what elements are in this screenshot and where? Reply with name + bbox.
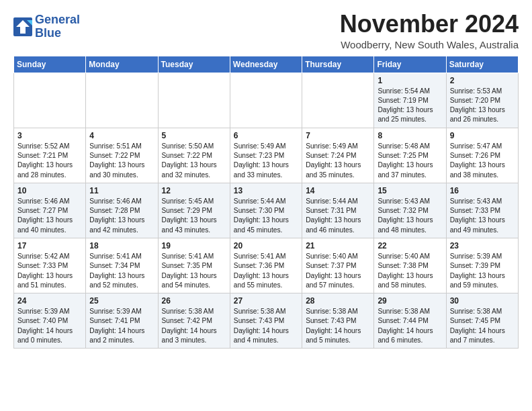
- calendar-week-1: 1Sunrise: 5:54 AM Sunset: 7:19 PM Daylig…: [14, 73, 519, 128]
- day-number: 18: [89, 241, 154, 250]
- calendar-cell: 1Sunrise: 5:54 AM Sunset: 7:19 PM Daylig…: [374, 73, 446, 128]
- day-info: Sunrise: 5:47 AM Sunset: 7:26 PM Dayligh…: [450, 142, 515, 180]
- month-title: November 2024: [340, 11, 519, 38]
- col-header-sunday: Sunday: [14, 56, 86, 73]
- column-headers: SundayMondayTuesdayWednesdayThursdayFrid…: [14, 56, 519, 73]
- calendar-cell: [302, 73, 374, 128]
- day-number: 27: [234, 296, 298, 306]
- day-info: Sunrise: 5:50 AM Sunset: 7:22 PM Dayligh…: [162, 142, 226, 180]
- day-number: 23: [450, 241, 515, 250]
- logo-icon: [13, 17, 32, 36]
- day-info: Sunrise: 5:40 AM Sunset: 7:37 PM Dayligh…: [306, 252, 370, 290]
- day-info: Sunrise: 5:49 AM Sunset: 7:23 PM Dayligh…: [234, 142, 298, 180]
- calendar-cell: 9Sunrise: 5:47 AM Sunset: 7:26 PM Daylig…: [446, 128, 518, 183]
- day-number: 12: [162, 186, 226, 195]
- day-number: 13: [234, 186, 298, 195]
- col-header-thursday: Thursday: [302, 56, 374, 73]
- day-info: Sunrise: 5:42 AM Sunset: 7:33 PM Dayligh…: [17, 252, 82, 290]
- day-info: Sunrise: 5:38 AM Sunset: 7:44 PM Dayligh…: [378, 307, 442, 345]
- day-info: Sunrise: 5:41 AM Sunset: 7:34 PM Dayligh…: [89, 252, 154, 290]
- day-info: Sunrise: 5:45 AM Sunset: 7:29 PM Dayligh…: [162, 197, 226, 235]
- col-header-monday: Monday: [86, 56, 158, 73]
- day-number: 15: [378, 186, 442, 195]
- day-info: Sunrise: 5:54 AM Sunset: 7:19 PM Dayligh…: [378, 87, 442, 125]
- calendar-cell: 10Sunrise: 5:46 AM Sunset: 7:27 PM Dayli…: [14, 183, 86, 238]
- day-number: 4: [89, 131, 154, 140]
- day-number: 26: [162, 296, 226, 306]
- day-info: Sunrise: 5:40 AM Sunset: 7:38 PM Dayligh…: [378, 252, 442, 290]
- day-number: 21: [306, 241, 370, 250]
- day-info: Sunrise: 5:49 AM Sunset: 7:24 PM Dayligh…: [306, 142, 370, 180]
- day-info: Sunrise: 5:51 AM Sunset: 7:22 PM Dayligh…: [89, 142, 154, 180]
- day-info: Sunrise: 5:38 AM Sunset: 7:42 PM Dayligh…: [162, 307, 226, 345]
- calendar-cell: 27Sunrise: 5:38 AM Sunset: 7:43 PM Dayli…: [230, 293, 302, 349]
- logo-line1: General: [35, 13, 80, 27]
- calendar-cell: 15Sunrise: 5:43 AM Sunset: 7:32 PM Dayli…: [374, 183, 446, 238]
- day-info: Sunrise: 5:38 AM Sunset: 7:43 PM Dayligh…: [234, 307, 298, 345]
- calendar-cell: 26Sunrise: 5:38 AM Sunset: 7:42 PM Dayli…: [158, 293, 230, 349]
- calendar-cell: 25Sunrise: 5:39 AM Sunset: 7:41 PM Dayli…: [86, 293, 158, 349]
- day-number: 30: [450, 296, 515, 306]
- calendar-cell: 28Sunrise: 5:38 AM Sunset: 7:43 PM Dayli…: [302, 293, 374, 349]
- day-number: 9: [450, 131, 515, 140]
- day-info: Sunrise: 5:43 AM Sunset: 7:33 PM Dayligh…: [450, 197, 515, 235]
- calendar-week-5: 24Sunrise: 5:39 AM Sunset: 7:40 PM Dayli…: [14, 293, 519, 349]
- day-info: Sunrise: 5:44 AM Sunset: 7:30 PM Dayligh…: [234, 197, 298, 235]
- day-number: 1: [378, 76, 442, 85]
- calendar-week-4: 17Sunrise: 5:42 AM Sunset: 7:33 PM Dayli…: [14, 238, 519, 293]
- day-number: 2: [450, 76, 515, 85]
- calendar-week-3: 10Sunrise: 5:46 AM Sunset: 7:27 PM Dayli…: [14, 183, 519, 238]
- day-number: 25: [89, 296, 154, 306]
- calendar-cell: 14Sunrise: 5:44 AM Sunset: 7:31 PM Dayli…: [302, 183, 374, 238]
- logo: General Blue: [13, 13, 80, 40]
- day-info: Sunrise: 5:38 AM Sunset: 7:45 PM Dayligh…: [450, 307, 515, 345]
- calendar-cell: 12Sunrise: 5:45 AM Sunset: 7:29 PM Dayli…: [158, 183, 230, 238]
- calendar-cell: 7Sunrise: 5:49 AM Sunset: 7:24 PM Daylig…: [302, 128, 374, 183]
- day-number: 5: [162, 131, 226, 140]
- day-number: 29: [378, 296, 442, 306]
- day-number: 3: [17, 131, 82, 140]
- calendar-cell: 2Sunrise: 5:53 AM Sunset: 7:20 PM Daylig…: [446, 73, 518, 128]
- day-number: 24: [17, 296, 82, 306]
- calendar-cell: 16Sunrise: 5:43 AM Sunset: 7:33 PM Dayli…: [446, 183, 518, 238]
- day-info: Sunrise: 5:52 AM Sunset: 7:21 PM Dayligh…: [17, 142, 82, 180]
- calendar-cell: 4Sunrise: 5:51 AM Sunset: 7:22 PM Daylig…: [86, 128, 158, 183]
- calendar-cell: [86, 73, 158, 128]
- calendar-cell: 29Sunrise: 5:38 AM Sunset: 7:44 PM Dayli…: [374, 293, 446, 349]
- day-info: Sunrise: 5:39 AM Sunset: 7:41 PM Dayligh…: [89, 307, 154, 345]
- day-info: Sunrise: 5:46 AM Sunset: 7:28 PM Dayligh…: [89, 197, 154, 235]
- calendar-cell: 24Sunrise: 5:39 AM Sunset: 7:40 PM Dayli…: [14, 293, 86, 349]
- day-number: 16: [450, 186, 515, 195]
- day-info: Sunrise: 5:48 AM Sunset: 7:25 PM Dayligh…: [378, 142, 442, 180]
- calendar-cell: 13Sunrise: 5:44 AM Sunset: 7:30 PM Dayli…: [230, 183, 302, 238]
- day-number: 20: [234, 241, 298, 250]
- calendar-cell: 19Sunrise: 5:41 AM Sunset: 7:35 PM Dayli…: [158, 238, 230, 293]
- page-header: General Blue November 2024 Woodberry, Ne…: [13, 11, 519, 50]
- calendar-cell: 20Sunrise: 5:41 AM Sunset: 7:36 PM Dayli…: [230, 238, 302, 293]
- location-title: Woodberry, New South Wales, Australia: [340, 39, 519, 50]
- calendar-cell: 30Sunrise: 5:38 AM Sunset: 7:45 PM Dayli…: [446, 293, 518, 349]
- col-header-tuesday: Tuesday: [158, 56, 230, 73]
- calendar-week-2: 3Sunrise: 5:52 AM Sunset: 7:21 PM Daylig…: [14, 128, 519, 183]
- calendar-cell: 21Sunrise: 5:40 AM Sunset: 7:37 PM Dayli…: [302, 238, 374, 293]
- day-number: 14: [306, 186, 370, 195]
- calendar-body: 1Sunrise: 5:54 AM Sunset: 7:19 PM Daylig…: [14, 73, 519, 349]
- calendar-cell: 11Sunrise: 5:46 AM Sunset: 7:28 PM Dayli…: [86, 183, 158, 238]
- day-number: 7: [306, 131, 370, 140]
- col-header-friday: Friday: [374, 56, 446, 73]
- day-number: 8: [378, 131, 442, 140]
- day-info: Sunrise: 5:39 AM Sunset: 7:40 PM Dayligh…: [17, 307, 82, 345]
- calendar-cell: 3Sunrise: 5:52 AM Sunset: 7:21 PM Daylig…: [14, 128, 86, 183]
- calendar-cell: 18Sunrise: 5:41 AM Sunset: 7:34 PM Dayli…: [86, 238, 158, 293]
- day-info: Sunrise: 5:43 AM Sunset: 7:32 PM Dayligh…: [378, 197, 442, 235]
- day-number: 17: [17, 241, 82, 250]
- day-info: Sunrise: 5:44 AM Sunset: 7:31 PM Dayligh…: [306, 197, 370, 235]
- day-info: Sunrise: 5:41 AM Sunset: 7:35 PM Dayligh…: [162, 252, 226, 290]
- logo-line2: Blue: [35, 27, 80, 40]
- calendar-cell: 23Sunrise: 5:39 AM Sunset: 7:39 PM Dayli…: [446, 238, 518, 293]
- col-header-saturday: Saturday: [446, 56, 518, 73]
- calendar-cell: 22Sunrise: 5:40 AM Sunset: 7:38 PM Dayli…: [374, 238, 446, 293]
- day-number: 10: [17, 186, 82, 195]
- calendar-table: SundayMondayTuesdayWednesdayThursdayFrid…: [13, 56, 519, 349]
- day-info: Sunrise: 5:38 AM Sunset: 7:43 PM Dayligh…: [306, 307, 370, 345]
